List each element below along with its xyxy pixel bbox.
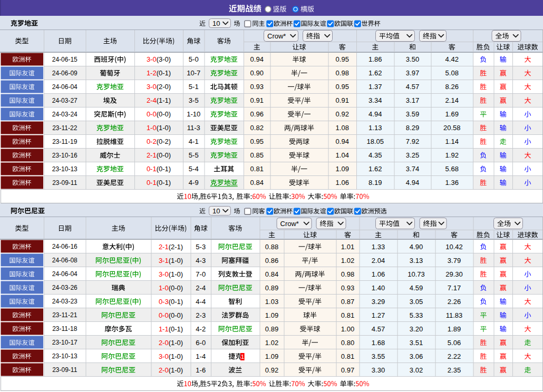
svg-text:Crow*: Crow* (280, 220, 299, 228)
svg-text:23-10-13: 23-10-13 (52, 352, 77, 360)
svg-text:8.26: 8.26 (445, 83, 459, 91)
svg-text:1.09: 1.09 (265, 352, 278, 360)
svg-text:(1-0): (1-0) (169, 270, 183, 278)
svg-text:1.92: 1.92 (445, 151, 459, 159)
svg-text:(0-0): (0-0) (169, 284, 183, 292)
svg-text:(0-1): (0-1) (157, 69, 171, 77)
svg-text:24-03-26: 24-03-26 (52, 284, 77, 291)
svg-text:1.00: 1.00 (341, 325, 354, 333)
svg-text:1: 1 (241, 354, 244, 360)
svg-text:0.94: 0.94 (250, 55, 264, 63)
svg-text:4.59: 4.59 (410, 284, 423, 292)
svg-text:(0-1): (0-1) (157, 165, 171, 173)
svg-text:3.06: 3.06 (410, 352, 423, 360)
svg-text:23-11-22: 23-11-22 (52, 124, 77, 132)
svg-text:11.83: 11.83 (446, 311, 463, 319)
svg-text:2-1: 2-1 (159, 243, 169, 251)
svg-text:29.30: 29.30 (445, 270, 463, 278)
svg-text:10-7: 10-7 (187, 69, 200, 77)
svg-text:1-0: 1-0 (147, 124, 157, 132)
svg-text:(0-0): (0-0) (169, 311, 183, 319)
svg-text:0.87: 0.87 (341, 298, 354, 306)
svg-text:5-1: 5-1 (189, 83, 199, 91)
svg-text:5.68: 5.68 (445, 165, 459, 173)
svg-text:3-0: 3-0 (147, 55, 157, 63)
svg-text:24-06-09: 24-06-09 (52, 70, 77, 77)
svg-text:0.91: 0.91 (336, 96, 349, 104)
svg-text:5-5: 5-5 (189, 151, 199, 159)
svg-text:24-03-27: 24-03-27 (52, 97, 77, 104)
svg-text:0.82: 0.82 (250, 124, 264, 132)
svg-text:8.29: 8.29 (406, 124, 419, 132)
svg-text:24-03-24: 24-03-24 (52, 111, 77, 118)
svg-text:1.86: 1.86 (369, 55, 382, 63)
svg-text:10: 10 (212, 19, 220, 27)
svg-text:(1-0): (1-0) (169, 352, 183, 360)
svg-text:0.89: 0.89 (265, 284, 278, 292)
svg-text:4.57: 4.57 (372, 325, 385, 333)
svg-text:3.34: 3.34 (369, 96, 382, 104)
svg-text:2.14: 2.14 (445, 96, 459, 104)
svg-text:0.91: 0.91 (250, 96, 264, 104)
svg-text:1.62: 1.62 (369, 69, 382, 77)
svg-text:1.04: 1.04 (336, 151, 349, 159)
svg-text:(0-0): (0-0) (157, 110, 171, 118)
svg-text:3.20: 3.20 (410, 325, 423, 333)
svg-text:1.09: 1.09 (336, 165, 349, 173)
svg-text:0.97: 0.97 (341, 366, 354, 374)
svg-text:0.94: 0.94 (336, 138, 349, 145)
svg-text:3-1: 3-1 (159, 257, 169, 264)
svg-text:(1-0): (1-0) (157, 124, 171, 132)
svg-text:3.05: 3.05 (410, 298, 423, 306)
svg-text:4.42: 4.42 (445, 55, 459, 63)
svg-text:23-10-13: 23-10-13 (52, 165, 77, 173)
svg-text:1.36: 1.36 (445, 179, 459, 187)
svg-text:4-1: 4-1 (189, 138, 199, 145)
svg-text:1.06: 1.06 (336, 179, 349, 187)
svg-text:24-06-15: 24-06-15 (52, 56, 77, 63)
svg-text:24-03-23: 24-03-23 (52, 298, 77, 305)
svg-text:(1-0): (1-0) (169, 366, 183, 374)
svg-text:3.02: 3.02 (410, 366, 423, 374)
svg-text:(2-0): (2-0) (157, 83, 171, 91)
svg-text:3.74: 3.74 (406, 165, 419, 173)
svg-text:0.88: 0.88 (265, 243, 278, 251)
svg-text:(3-0): (3-0) (157, 55, 171, 63)
svg-text:23-10-17: 23-10-17 (52, 339, 77, 346)
svg-text:5.08: 5.08 (445, 69, 459, 77)
svg-text:2.04: 2.04 (372, 257, 385, 264)
svg-text:0.84: 0.84 (250, 179, 264, 187)
svg-text:(2-1): (2-1) (169, 243, 183, 251)
svg-text:0.93: 0.93 (250, 83, 264, 91)
svg-text:4-9: 4-9 (189, 179, 199, 187)
svg-text:11-3: 11-3 (187, 124, 200, 132)
svg-text:4.90: 4.90 (410, 243, 423, 251)
svg-text:0.85: 0.85 (250, 151, 264, 159)
svg-text:2.35: 2.35 (448, 366, 461, 374)
svg-text:6-0: 6-0 (196, 339, 206, 347)
svg-text:1.89: 1.89 (448, 325, 461, 333)
svg-text:0-0: 0-0 (159, 311, 169, 319)
svg-text:1-1: 1-1 (159, 325, 169, 333)
svg-text:3.79: 3.79 (448, 257, 461, 264)
svg-text:(1-0): (1-0) (169, 339, 183, 347)
svg-text:1-10: 1-10 (187, 110, 200, 118)
svg-text:(0-1): (0-1) (169, 298, 183, 306)
svg-text:1.14: 1.14 (445, 138, 459, 145)
svg-text:2-0: 2-0 (159, 366, 169, 374)
svg-text:3.29: 3.29 (372, 298, 385, 306)
svg-text:3-5: 3-5 (189, 96, 199, 104)
svg-text:5.06: 5.06 (448, 339, 461, 347)
svg-text:1.40: 1.40 (372, 284, 385, 292)
svg-text:0-1: 0-1 (147, 165, 157, 173)
svg-text:2-0: 2-0 (159, 339, 169, 347)
svg-text:1.02: 1.02 (341, 257, 354, 264)
svg-text:3-0: 3-0 (159, 270, 169, 278)
svg-text:1.33: 1.33 (372, 243, 385, 251)
svg-text:18.05: 18.05 (366, 138, 384, 145)
svg-text:7.92: 7.92 (406, 138, 419, 145)
svg-text:4.35: 4.35 (369, 151, 382, 159)
svg-text:(0-0): (0-0) (157, 151, 171, 159)
svg-text:0.81: 0.81 (341, 311, 354, 319)
svg-text:4.57: 4.57 (406, 83, 419, 91)
